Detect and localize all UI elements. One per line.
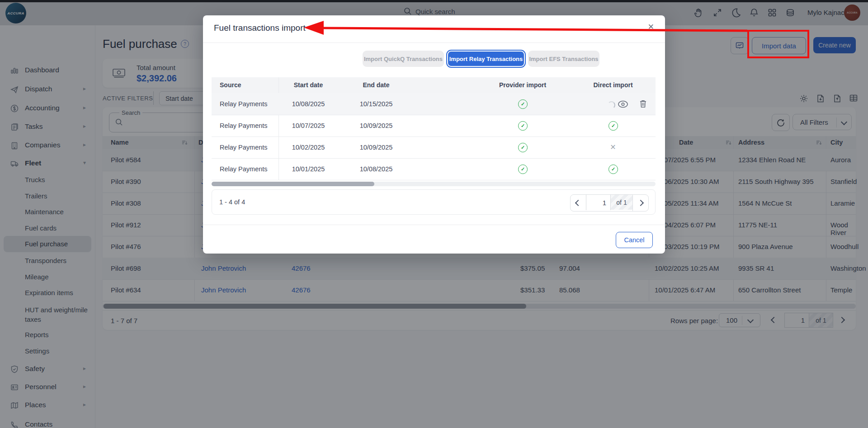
column-header-start-date: Start date [294, 81, 323, 89]
tab-import-relay[interactable]: Import Relay Transactions [447, 51, 525, 67]
tab-import-efs[interactable]: Import EFS Transactions [528, 51, 599, 67]
provider-success-icon: ✓ [518, 121, 528, 131]
modal-title: Fuel transactions import [214, 23, 306, 33]
tab-import-quickq[interactable]: Import QuickQ Transactions [363, 51, 444, 67]
close-icon[interactable]: ✕ [648, 22, 654, 32]
column-header-end-date: End date [363, 81, 389, 89]
modal-table-footer: 1 - 4 of 4 of 1 [212, 189, 656, 215]
divider [203, 225, 665, 225]
import-row[interactable]: Relay Payments 10/02/2025 10/09/2025 ✓ ✕ [212, 136, 656, 159]
annotation-box-import-data [747, 30, 809, 58]
preview-eye-icon[interactable] [618, 100, 628, 108]
import-row[interactable]: Relay Payments 10/08/2025 10/15/2025 ✓ [212, 93, 656, 115]
column-header-direct-import: Direct import [593, 81, 632, 89]
provider-success-icon: ✓ [518, 99, 528, 109]
page-count: of 1 [611, 195, 632, 210]
column-header-provider-import: Provider import [499, 81, 546, 89]
direct-import-pending-icon [608, 101, 615, 109]
cancel-button[interactable]: Cancel [616, 232, 653, 248]
modal-horizontal-scrollbar[interactable] [212, 182, 656, 186]
delete-trash-icon[interactable] [639, 99, 647, 108]
divider [203, 42, 665, 43]
provider-success-icon: ✓ [518, 143, 528, 152]
fuel-transactions-import-modal: Fuel transactions import ✕ Import QuickQ… [203, 15, 665, 254]
column-header-source: Source [220, 81, 241, 89]
direct-success-icon: ✓ [609, 121, 618, 131]
provider-success-icon: ✓ [518, 165, 528, 174]
app-window: ACCURA Quick search Mylo Kajnaco ACCURA [0, 0, 868, 428]
import-row[interactable]: Relay Payments 10/07/2025 10/09/2025 ✓ ✓ [212, 115, 656, 137]
next-page-button[interactable] [632, 195, 648, 211]
direct-success-icon: ✓ [609, 165, 618, 174]
scrollbar-thumb[interactable] [212, 182, 374, 186]
direct-failed-icon: ✕ [610, 143, 616, 151]
page-number-input[interactable] [586, 195, 611, 210]
modal-pagination: of 1 [570, 194, 649, 212]
import-row[interactable]: Relay Payments 10/01/2025 10/08/2025 ✓ ✓ [212, 158, 656, 180]
rows-range: 1 - 4 of 4 [219, 198, 245, 206]
prev-page-button[interactable] [571, 195, 586, 211]
